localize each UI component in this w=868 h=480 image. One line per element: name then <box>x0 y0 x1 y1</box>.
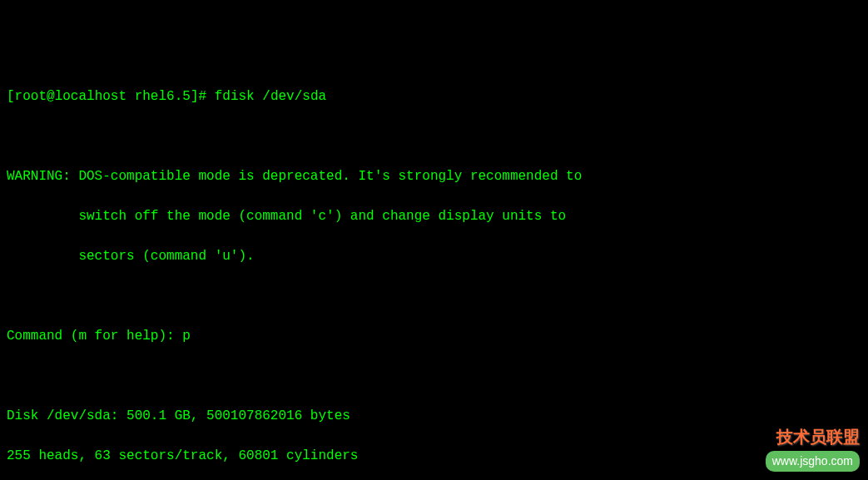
blank-line <box>7 366 861 386</box>
prompt-cwd: rhel6.5 <box>135 89 191 104</box>
disk-info-line: Disk /dev/sda: 500.1 GB, 500107862016 by… <box>7 406 861 426</box>
warning-line-1: WARNING: DOS-compatible mode is deprecat… <box>7 166 861 186</box>
prompt-symbol: # <box>198 89 206 104</box>
watermark: 技术员联盟 www.jsgho.com <box>766 424 860 472</box>
blank-line <box>7 126 861 146</box>
watermark-title: 技术员联盟 <box>766 424 860 449</box>
prompt-host: localhost <box>55 89 126 104</box>
blank-line <box>7 286 861 306</box>
fdisk-prompt-input[interactable]: p <box>182 329 191 344</box>
prompt-user: root <box>15 89 47 104</box>
fdisk-prompt-label: Command (m for help): <box>7 329 182 344</box>
warning-line-2: switch off the mode (command 'c') and ch… <box>7 206 861 226</box>
command-text: fdisk /dev/sda <box>215 89 326 104</box>
shell-prompt-line: [root@localhost rhel6.5]# fdisk /dev/sda <box>7 87 861 106</box>
disk-geometry-line: 255 heads, 63 sectors/track, 60801 cylin… <box>7 446 861 466</box>
watermark-url: www.jsgho.com <box>766 451 860 472</box>
warning-line-3: sectors (command 'u'). <box>7 246 861 266</box>
fdisk-command-prompt: Command (m for help): p <box>7 326 861 346</box>
